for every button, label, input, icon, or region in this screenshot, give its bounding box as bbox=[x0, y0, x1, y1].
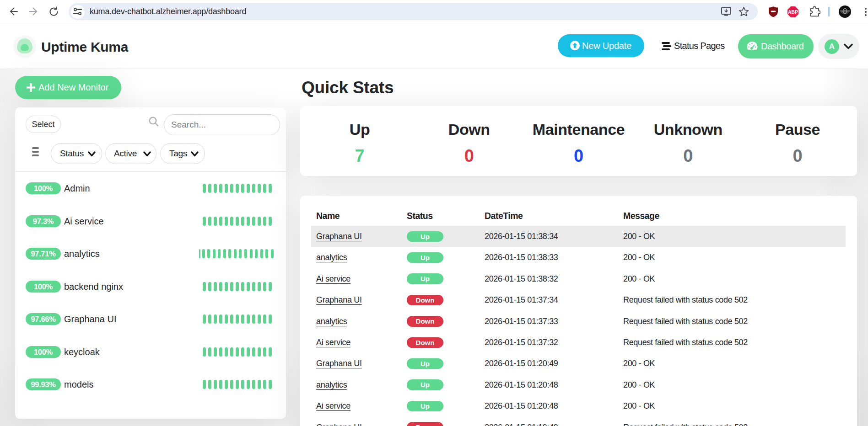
svg-text:ABP: ABP bbox=[788, 9, 798, 15]
